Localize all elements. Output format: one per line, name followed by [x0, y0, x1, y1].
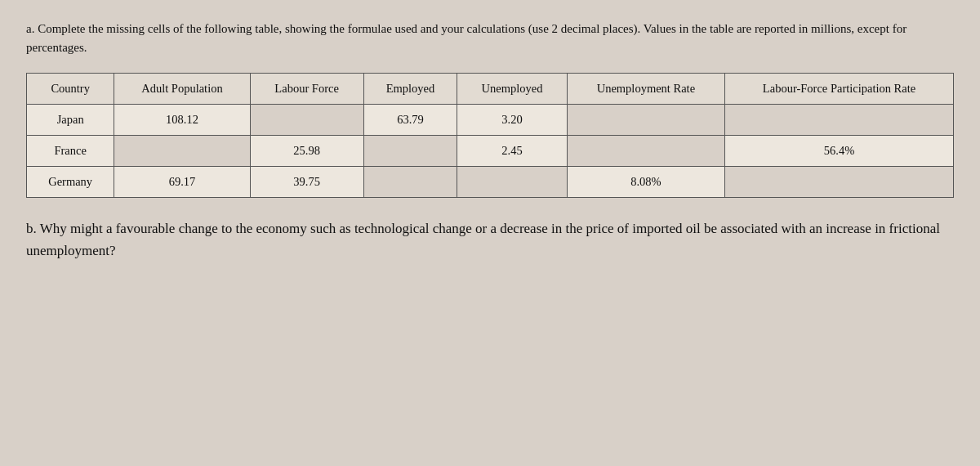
col-header-unemployed: Unemployed	[457, 74, 567, 105]
cell-country: Japan	[27, 105, 114, 136]
table-row: Germany69.1739.758.08%	[27, 167, 954, 198]
table-header-row: Country Adult Population Labour Force Em…	[27, 74, 954, 105]
cell-labour-force: 39.75	[250, 167, 363, 198]
table-row: France25.982.4556.4%	[27, 136, 954, 167]
col-header-employed: Employed	[363, 74, 457, 105]
cell-unemployed	[457, 167, 567, 198]
col-header-country: Country	[27, 74, 114, 105]
cell-labour-force-participation-rate	[725, 167, 954, 198]
cell-labour-force-participation-rate: 56.4%	[725, 136, 954, 167]
cell-unemployment-rate	[567, 136, 724, 167]
cell-labour-force	[250, 105, 363, 136]
instruction-text: a. Complete the missing cells of the fol…	[26, 20, 954, 56]
table-row: Japan108.1263.793.20	[27, 105, 954, 136]
cell-country: Germany	[27, 167, 114, 198]
cell-employed: 63.79	[363, 105, 457, 136]
cell-unemployed: 2.45	[457, 136, 567, 167]
cell-unemployment-rate: 8.08%	[567, 167, 724, 198]
cell-unemployed: 3.20	[457, 105, 567, 136]
cell-labour-force-participation-rate	[725, 105, 954, 136]
cell-country: France	[27, 136, 114, 167]
cell-employed	[363, 136, 457, 167]
col-header-labour-force: Labour Force	[250, 74, 363, 105]
col-header-adult-population: Adult Population	[114, 74, 250, 105]
cell-adult-population: 69.17	[114, 167, 250, 198]
cell-unemployment-rate	[567, 105, 724, 136]
cell-employed	[363, 167, 457, 198]
cell-labour-force: 25.98	[250, 136, 363, 167]
col-header-labour-force-participation-rate: Labour-Force Participation Rate	[725, 74, 954, 105]
section-b-text: b. Why might a favourable change to the …	[26, 217, 954, 262]
data-table-container: Country Adult Population Labour Force Em…	[26, 73, 954, 198]
cell-adult-population	[114, 136, 250, 167]
col-header-unemployment-rate: Unemployment Rate	[567, 74, 724, 105]
cell-adult-population: 108.12	[114, 105, 250, 136]
economics-table: Country Adult Population Labour Force Em…	[26, 73, 954, 198]
